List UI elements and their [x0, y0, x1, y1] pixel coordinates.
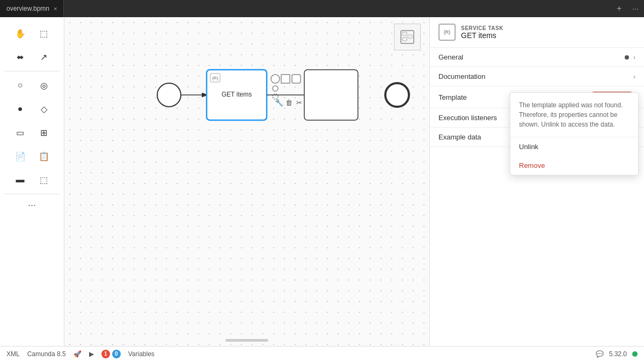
- new-tab-button[interactable]: +: [611, 4, 627, 13]
- svg-text:GET items: GET items: [222, 91, 252, 98]
- rounded-rect-button[interactable]: ▭: [10, 123, 31, 142]
- lasso-tool-button[interactable]: ⬚: [33, 24, 55, 43]
- unlink-action[interactable]: Unlink: [510, 137, 638, 156]
- svg-point-13: [273, 86, 278, 91]
- general-section[interactable]: General ›: [430, 48, 644, 67]
- toolbar-row-3: ○ ◎: [0, 73, 64, 97]
- hand-tool-button[interactable]: ✋: [10, 24, 31, 43]
- toolbar-row-6: 📄 📋: [0, 144, 64, 168]
- svg-rect-21: [402, 38, 407, 41]
- doc-button[interactable]: 📄: [10, 146, 31, 166]
- tabs-more-button[interactable]: ···: [627, 4, 644, 13]
- play-icon[interactable]: ▶: [89, 350, 94, 358]
- bpmn-canvas[interactable]: {R} GET items 🔧 🗑 ✂ ···: [64, 17, 429, 346]
- tab-close-button[interactable]: ×: [54, 5, 57, 12]
- template-dropdown: The template applied was not found. Ther…: [510, 92, 639, 175]
- documentation-section[interactable]: Documentation ›: [430, 67, 644, 86]
- arrow-tool-button[interactable]: ↗: [33, 47, 55, 67]
- xml-button[interactable]: XML: [6, 350, 20, 358]
- toolbar-divider-2: [4, 194, 60, 194]
- task-name-label: GET items: [461, 31, 503, 40]
- main-area: ✋ ⬚ ⬌ ↗ ○ ◎ ● ◇ ▭ ⊞ 📄 📋 ▬ ⬚ ···: [0, 17, 644, 346]
- toolbar-row-7: ▬ ⬚: [0, 168, 64, 191]
- svg-text:✂: ✂: [296, 99, 302, 107]
- svg-text:{R}: {R}: [212, 76, 218, 80]
- toolbar-row-5: ▭ ⊞: [0, 121, 64, 144]
- panel-header-text: SERVICE TASK GET items: [461, 25, 503, 40]
- scroll-indicator: [225, 339, 268, 342]
- task-type-label: SERVICE TASK: [461, 25, 503, 31]
- notification-icon[interactable]: 💬: [596, 350, 604, 358]
- properties-panel: {R} SERVICE TASK GET items General › Doc…: [429, 17, 644, 346]
- error-group: 1 0: [101, 350, 121, 358]
- svg-rect-11: [292, 75, 301, 83]
- move-tool-button[interactable]: ⬌: [10, 47, 31, 67]
- toolbar-row-2: ⬌ ↗: [0, 45, 64, 69]
- svg-text:🗑: 🗑: [286, 99, 292, 107]
- circle-tool-button[interactable]: ○: [10, 76, 31, 95]
- minimap-button[interactable]: [394, 24, 421, 50]
- status-bar-right: 💬 5.32.0: [596, 350, 638, 358]
- svg-point-0: [157, 83, 181, 107]
- diamond-button[interactable]: ◇: [33, 99, 55, 119]
- dropdown-message: The template applied was not found. Ther…: [510, 93, 638, 137]
- dashed-rect-button[interactable]: ⬚: [33, 170, 55, 189]
- svg-text:🔧: 🔧: [275, 98, 284, 107]
- bpmn-diagram: {R} GET items 🔧 🗑 ✂ ···: [64, 17, 429, 178]
- svg-rect-20: [408, 35, 412, 38]
- general-chevron-icon: ›: [633, 54, 635, 61]
- general-dot: [625, 55, 629, 60]
- documentation-label: Documentation: [438, 72, 633, 80]
- status-bar: XML Camunda 8.5 🚀 ▶ 1 0 Variables 💬 5.32…: [0, 346, 644, 361]
- toolbar-divider-1: [4, 71, 60, 71]
- general-label: General: [438, 53, 625, 61]
- panel-header: {R} SERVICE TASK GET items: [430, 17, 644, 48]
- minimap-icon: [400, 30, 415, 45]
- info-badge: 0: [112, 350, 121, 358]
- task-type-icon: {R}: [438, 24, 456, 41]
- svg-point-17: [385, 83, 409, 107]
- bold-circle-button[interactable]: ●: [10, 99, 31, 119]
- toolbar-row-1: ✋ ⬚: [0, 21, 64, 45]
- tab-overview[interactable]: overview.bpmn ×: [0, 0, 64, 17]
- cylinder-button[interactable]: ⊞: [33, 123, 55, 142]
- ring-tool-button[interactable]: ◎: [33, 76, 55, 95]
- engine-label: Camunda 8.5: [27, 350, 66, 358]
- variables-button[interactable]: Variables: [128, 350, 155, 358]
- documentation-chevron-icon: ›: [633, 73, 635, 80]
- error-badge: 1: [101, 350, 110, 358]
- svg-rect-16: [304, 70, 358, 120]
- svg-rect-10: [281, 75, 290, 83]
- remove-action[interactable]: Remove: [510, 156, 638, 175]
- toolbar-more-button[interactable]: ···: [0, 196, 64, 214]
- svg-point-9: [271, 75, 280, 83]
- tab-label: overview.bpmn: [6, 5, 49, 12]
- title-bar: overview.bpmn × + ···: [0, 0, 644, 17]
- deploy-icon[interactable]: 🚀: [74, 350, 82, 358]
- toolbar-row-4: ● ◇: [0, 97, 64, 121]
- left-toolbar: ✋ ⬚ ⬌ ↗ ○ ◎ ● ◇ ▭ ⊞ 📄 📋 ▬ ⬚ ···: [0, 17, 64, 346]
- bar-bottom-button[interactable]: ▬: [10, 170, 31, 189]
- svg-rect-19: [402, 32, 407, 35]
- multi-doc-button[interactable]: 📋: [33, 146, 55, 166]
- version-status-dot: [632, 351, 638, 357]
- version-label: 5.32.0: [609, 350, 627, 358]
